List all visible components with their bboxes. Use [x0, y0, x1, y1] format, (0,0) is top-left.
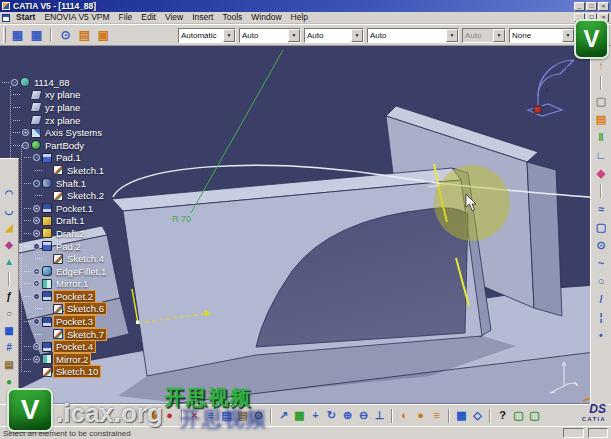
paste-format-icon[interactable]: ▣ — [95, 27, 112, 44]
axis-line-icon[interactable]: ¦ — [594, 310, 609, 324]
menu-edit[interactable]: Edit — [137, 12, 160, 23]
toolbar-dropdown-3[interactable]: Auto▼ — [304, 28, 364, 43]
tree-expander[interactable]: + — [33, 280, 40, 287]
close-button[interactable]: × — [598, 2, 609, 11]
tree-item-xy-plane[interactable]: xy plane — [2, 89, 108, 102]
shading-icon[interactable]: ◐ — [397, 408, 412, 423]
chevron-down-icon[interactable]: ▼ — [288, 29, 300, 42]
comment-icon[interactable]: ○ — [2, 307, 16, 320]
snap-grid-icon[interactable]: ▦ — [28, 27, 45, 44]
tree-item-label: yz plane — [43, 102, 82, 113]
zoom-out-icon[interactable]: ⊖ — [356, 408, 371, 423]
chevron-down-icon[interactable]: ▼ — [446, 29, 458, 42]
pan-icon[interactable]: + — [308, 408, 323, 423]
tree-expander[interactable]: + — [22, 129, 29, 136]
tree-expander[interactable]: + — [33, 268, 40, 275]
command-field[interactable] — [563, 428, 584, 438]
apply-material-icon[interactable]: ● — [413, 408, 428, 423]
viewport[interactable]: R 70 x y — [0, 46, 611, 404]
toolbar-dropdown-1[interactable]: Automatic▼ — [178, 28, 236, 43]
minimize-button[interactable]: _ — [574, 2, 585, 11]
tree-expander[interactable]: + — [33, 343, 40, 350]
restore-button[interactable]: □ — [586, 2, 597, 11]
spline-icon[interactable]: ~ — [594, 256, 609, 270]
menu-help[interactable]: Help — [287, 12, 312, 23]
rotate-icon[interactable]: ↻ — [324, 408, 339, 423]
constraint-box-icon[interactable]: ‖ — [594, 130, 609, 144]
chevron-down-icon[interactable]: ▼ — [562, 29, 574, 42]
formula-icon[interactable]: ƒ — [2, 290, 16, 303]
menu-window[interactable]: Window — [247, 12, 285, 23]
tree-item-zx-plane[interactable]: zx plane — [2, 114, 108, 127]
analysis-icon[interactable]: ⊙ — [251, 408, 266, 423]
graph-icon[interactable]: ≡ — [429, 408, 444, 423]
corner-icon[interactable]: ◠ — [2, 187, 16, 200]
tree-connector — [35, 170, 42, 171]
tree-item-partbody[interactable]: -PartBody — [2, 139, 108, 152]
chevron-down-icon[interactable]: ▼ — [493, 29, 505, 42]
tree-expander[interactable]: + — [33, 356, 40, 363]
tree-expander[interactable]: - — [22, 142, 29, 149]
radius-dimension-label[interactable]: R 70 — [172, 214, 191, 224]
tree-expander[interactable]: + — [33, 205, 40, 212]
material-small-icon[interactable]: ● — [2, 375, 16, 388]
fit-all-icon[interactable]: ▦ — [292, 408, 307, 423]
window-tile-icon[interactable]: ▢ — [511, 408, 526, 423]
normal-view-icon[interactable]: ⊥ — [372, 408, 387, 423]
menu-view[interactable]: View — [161, 12, 187, 23]
transform-icon[interactable]: ◆ — [2, 238, 16, 251]
catalog-browser-icon[interactable]: ▤ — [76, 27, 93, 44]
toolbar-dropdown-5[interactable]: Auto▼ — [462, 28, 506, 43]
animate-constraint-icon[interactable]: ◆ — [594, 166, 609, 180]
tree-expander[interactable]: - — [33, 318, 40, 325]
line-icon[interactable]: / — [594, 292, 609, 306]
window-new-icon-glyph: ▢ — [529, 410, 539, 421]
tree-expander[interactable]: - — [33, 154, 40, 161]
design-table-icon[interactable]: ▦ — [2, 324, 16, 337]
fly-mode-icon[interactable]: ↗ — [276, 408, 291, 423]
iso-view-icon[interactable]: ◇ — [470, 408, 485, 423]
work-support-grid-icon[interactable]: ▦ — [9, 27, 26, 44]
tree-expander[interactable]: + — [33, 230, 40, 237]
sketch-tools-icon[interactable]: ▤ — [594, 112, 609, 126]
profile-icon[interactable]: ≈ — [594, 202, 609, 216]
zoom-in-icon[interactable]: ⊕ — [340, 408, 355, 423]
menu-tools[interactable]: Tools — [218, 12, 246, 23]
toolbar-dropdown-2[interactable]: Auto▼ — [239, 28, 301, 43]
toolbar-dropdown-6[interactable]: None▼ — [509, 28, 575, 43]
cut-part-view-icon[interactable]: ▢ — [594, 94, 609, 108]
circle-icon[interactable]: ⊙ — [594, 238, 609, 252]
chevron-down-icon[interactable]: ▼ — [351, 29, 363, 42]
help-icon[interactable]: ? — [495, 408, 510, 423]
catalog-small-icon[interactable]: ▤ — [2, 358, 16, 371]
menu-start[interactable]: Start — [12, 12, 39, 23]
menu-insert[interactable]: Insert — [188, 12, 217, 23]
tree-expander[interactable]: - — [33, 293, 40, 300]
structure-tree-icon[interactable]: # — [2, 341, 16, 354]
tree-item-axis-systems[interactable]: +Axis Systems — [2, 126, 108, 139]
chevron-down-icon[interactable]: ▼ — [223, 29, 235, 42]
menu-enovia-v5-vpm[interactable]: ENOVIA V5 VPM — [40, 12, 113, 23]
rectangle-icon[interactable]: ▢ — [594, 220, 609, 234]
mirror-tool-icon[interactable]: ▲ — [2, 255, 16, 268]
point-icon[interactable]: • — [594, 328, 609, 342]
conic-icon[interactable]: ○ — [594, 274, 609, 288]
multi-view-icon[interactable]: ▦ — [454, 408, 469, 423]
iso-view-icon-glyph: ◇ — [473, 410, 481, 421]
command-field-2[interactable] — [588, 428, 608, 438]
menu-file[interactable]: File — [115, 12, 137, 23]
trim-icon[interactable]: ◢ — [2, 221, 16, 234]
toolbar-dropdown-4[interactable]: Auto▼ — [367, 28, 459, 43]
tree-item-1114-88[interactable]: -1114_88 — [2, 76, 108, 89]
snap-icon[interactable]: ∟ — [594, 148, 609, 162]
exit-workbench-icon[interactable]: ↑ — [594, 58, 609, 72]
toolbar-grip[interactable] — [3, 27, 6, 43]
tree-expander[interactable]: + — [33, 217, 40, 224]
connect-curve-icon[interactable]: ◡ — [2, 204, 16, 217]
window-new-icon[interactable]: ▢ — [527, 408, 542, 423]
tree-expander[interactable]: - — [33, 243, 40, 250]
tree-expander[interactable]: - — [11, 79, 18, 86]
tree-item-yz-plane[interactable]: yz plane — [2, 101, 108, 114]
sketch-solving-icon[interactable]: ⊙ — [57, 27, 74, 44]
tree-expander[interactable]: - — [33, 180, 40, 187]
